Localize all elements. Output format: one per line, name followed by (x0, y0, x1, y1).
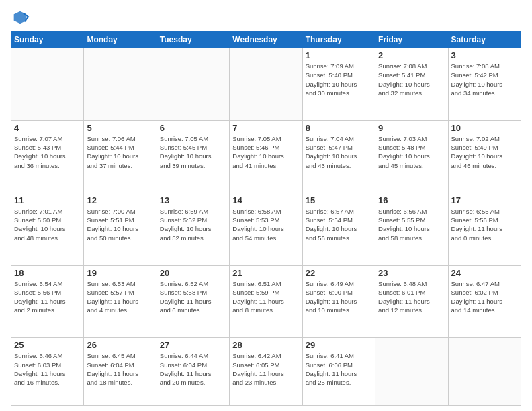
day-number: 27 (160, 340, 226, 350)
week-row-1: 4Sunrise: 7:07 AM Sunset: 5:43 PM Daylig… (11, 120, 521, 193)
calendar-cell: 24Sunrise: 6:47 AM Sunset: 6:02 PM Dayli… (448, 265, 521, 338)
day-info: Sunrise: 6:42 AM Sunset: 6:05 PM Dayligh… (232, 351, 299, 387)
day-number: 29 (306, 340, 372, 350)
day-number: 15 (306, 195, 372, 205)
weekday-header-wednesday: Wednesday (230, 32, 302, 48)
day-info: Sunrise: 7:03 AM Sunset: 5:48 PM Dayligh… (378, 134, 445, 170)
day-info: Sunrise: 7:05 AM Sunset: 5:46 PM Dayligh… (232, 134, 299, 170)
calendar-cell (375, 338, 448, 406)
day-number: 17 (451, 195, 518, 205)
day-number: 13 (160, 195, 226, 205)
calendar-cell: 20Sunrise: 6:52 AM Sunset: 5:58 PM Dayli… (157, 265, 229, 338)
day-number: 26 (87, 340, 153, 350)
day-info: Sunrise: 6:56 AM Sunset: 5:55 PM Dayligh… (378, 207, 445, 242)
day-info: Sunrise: 7:08 AM Sunset: 5:41 PM Dayligh… (378, 62, 445, 97)
day-number: 1 (306, 50, 372, 60)
day-number: 21 (232, 268, 299, 278)
day-info: Sunrise: 6:57 AM Sunset: 5:54 PM Dayligh… (306, 207, 372, 242)
header (11, 8, 521, 27)
logo-icon (11, 8, 30, 27)
weekday-header-saturday: Saturday (448, 32, 521, 48)
day-info: Sunrise: 7:09 AM Sunset: 5:40 PM Dayligh… (306, 62, 372, 97)
calendar-cell: 15Sunrise: 6:57 AM Sunset: 5:54 PM Dayli… (302, 193, 375, 265)
calendar-cell (84, 48, 157, 121)
day-info: Sunrise: 6:53 AM Sunset: 5:57 PM Dayligh… (87, 279, 153, 315)
calendar-cell: 10Sunrise: 7:02 AM Sunset: 5:49 PM Dayli… (448, 120, 521, 193)
day-number: 5 (87, 123, 153, 133)
day-number: 16 (378, 195, 445, 205)
calendar-cell (11, 48, 84, 121)
calendar-cell (448, 338, 521, 406)
calendar-cell: 1Sunrise: 7:09 AM Sunset: 5:40 PM Daylig… (302, 48, 375, 121)
calendar-cell: 25Sunrise: 6:46 AM Sunset: 6:03 PM Dayli… (11, 338, 84, 406)
weekday-header-friday: Friday (375, 32, 448, 48)
day-number: 14 (232, 195, 299, 205)
calendar-cell: 22Sunrise: 6:49 AM Sunset: 6:00 PM Dayli… (302, 265, 375, 338)
calendar-cell: 17Sunrise: 6:55 AM Sunset: 5:56 PM Dayli… (448, 193, 521, 265)
day-number: 9 (378, 123, 445, 133)
weekday-header-monday: Monday (84, 32, 157, 48)
week-row-4: 25Sunrise: 6:46 AM Sunset: 6:03 PM Dayli… (11, 338, 521, 406)
calendar-cell: 14Sunrise: 6:58 AM Sunset: 5:53 PM Dayli… (230, 193, 302, 265)
day-info: Sunrise: 6:41 AM Sunset: 6:06 PM Dayligh… (306, 351, 372, 387)
weekday-header-tuesday: Tuesday (157, 32, 229, 48)
calendar-cell (230, 48, 302, 121)
day-info: Sunrise: 6:52 AM Sunset: 5:58 PM Dayligh… (160, 279, 226, 315)
calendar-cell: 13Sunrise: 6:59 AM Sunset: 5:52 PM Dayli… (157, 193, 229, 265)
day-info: Sunrise: 6:46 AM Sunset: 6:03 PM Dayligh… (14, 351, 81, 387)
day-info: Sunrise: 6:59 AM Sunset: 5:52 PM Dayligh… (160, 207, 226, 242)
calendar-cell: 28Sunrise: 6:42 AM Sunset: 6:05 PM Dayli… (230, 338, 302, 406)
day-info: Sunrise: 7:02 AM Sunset: 5:49 PM Dayligh… (451, 134, 518, 170)
day-number: 24 (451, 268, 518, 278)
day-info: Sunrise: 7:01 AM Sunset: 5:50 PM Dayligh… (14, 207, 81, 242)
calendar-table: SundayMondayTuesdayWednesdayThursdayFrid… (11, 31, 521, 406)
day-number: 25 (14, 340, 81, 350)
calendar-cell: 18Sunrise: 6:54 AM Sunset: 5:56 PM Dayli… (11, 265, 84, 338)
calendar-cell: 23Sunrise: 6:48 AM Sunset: 6:01 PM Dayli… (375, 265, 448, 338)
day-info: Sunrise: 7:05 AM Sunset: 5:45 PM Dayligh… (160, 134, 226, 170)
calendar-cell: 9Sunrise: 7:03 AM Sunset: 5:48 PM Daylig… (375, 120, 448, 193)
calendar-cell: 16Sunrise: 6:56 AM Sunset: 5:55 PM Dayli… (375, 193, 448, 265)
day-number: 23 (378, 268, 445, 278)
calendar-cell: 26Sunrise: 6:45 AM Sunset: 6:04 PM Dayli… (84, 338, 157, 406)
day-info: Sunrise: 7:08 AM Sunset: 5:42 PM Dayligh… (451, 62, 518, 97)
day-number: 2 (378, 50, 445, 60)
day-info: Sunrise: 7:06 AM Sunset: 5:44 PM Dayligh… (87, 134, 153, 170)
day-info: Sunrise: 7:07 AM Sunset: 5:43 PM Dayligh… (14, 134, 81, 170)
calendar-cell: 11Sunrise: 7:01 AM Sunset: 5:50 PM Dayli… (11, 193, 84, 265)
week-row-0: 1Sunrise: 7:09 AM Sunset: 5:40 PM Daylig… (11, 48, 521, 121)
day-info: Sunrise: 6:48 AM Sunset: 6:01 PM Dayligh… (378, 279, 445, 315)
day-info: Sunrise: 6:47 AM Sunset: 6:02 PM Dayligh… (451, 279, 518, 315)
day-number: 12 (87, 195, 153, 205)
calendar-cell: 3Sunrise: 7:08 AM Sunset: 5:42 PM Daylig… (448, 48, 521, 121)
day-number: 8 (306, 123, 372, 133)
calendar-cell: 5Sunrise: 7:06 AM Sunset: 5:44 PM Daylig… (84, 120, 157, 193)
weekday-header-sunday: Sunday (11, 32, 84, 48)
calendar-cell (157, 48, 229, 121)
calendar-cell: 2Sunrise: 7:08 AM Sunset: 5:41 PM Daylig… (375, 48, 448, 121)
day-info: Sunrise: 7:00 AM Sunset: 5:51 PM Dayligh… (87, 207, 153, 242)
day-info: Sunrise: 6:58 AM Sunset: 5:53 PM Dayligh… (232, 207, 299, 242)
page: SundayMondayTuesdayWednesdayThursdayFrid… (0, 0, 532, 411)
calendar-cell: 19Sunrise: 6:53 AM Sunset: 5:57 PM Dayli… (84, 265, 157, 338)
day-number: 11 (14, 195, 81, 205)
day-number: 7 (232, 123, 299, 133)
week-row-2: 11Sunrise: 7:01 AM Sunset: 5:50 PM Dayli… (11, 193, 521, 265)
day-info: Sunrise: 6:44 AM Sunset: 6:04 PM Dayligh… (160, 351, 226, 387)
calendar-cell: 21Sunrise: 6:51 AM Sunset: 5:59 PM Dayli… (230, 265, 302, 338)
weekday-header-thursday: Thursday (302, 32, 375, 48)
calendar-cell: 8Sunrise: 7:04 AM Sunset: 5:47 PM Daylig… (302, 120, 375, 193)
day-number: 28 (232, 340, 299, 350)
day-number: 4 (14, 123, 81, 133)
logo (11, 8, 32, 27)
day-number: 19 (87, 268, 153, 278)
day-number: 3 (451, 50, 518, 60)
calendar-cell: 7Sunrise: 7:05 AM Sunset: 5:46 PM Daylig… (230, 120, 302, 193)
calendar-cell: 27Sunrise: 6:44 AM Sunset: 6:04 PM Dayli… (157, 338, 229, 406)
day-info: Sunrise: 7:04 AM Sunset: 5:47 PM Dayligh… (306, 134, 372, 170)
day-number: 22 (306, 268, 372, 278)
day-info: Sunrise: 6:49 AM Sunset: 6:00 PM Dayligh… (306, 279, 372, 315)
day-info: Sunrise: 6:51 AM Sunset: 5:59 PM Dayligh… (232, 279, 299, 315)
day-number: 6 (160, 123, 226, 133)
day-info: Sunrise: 6:54 AM Sunset: 5:56 PM Dayligh… (14, 279, 81, 315)
